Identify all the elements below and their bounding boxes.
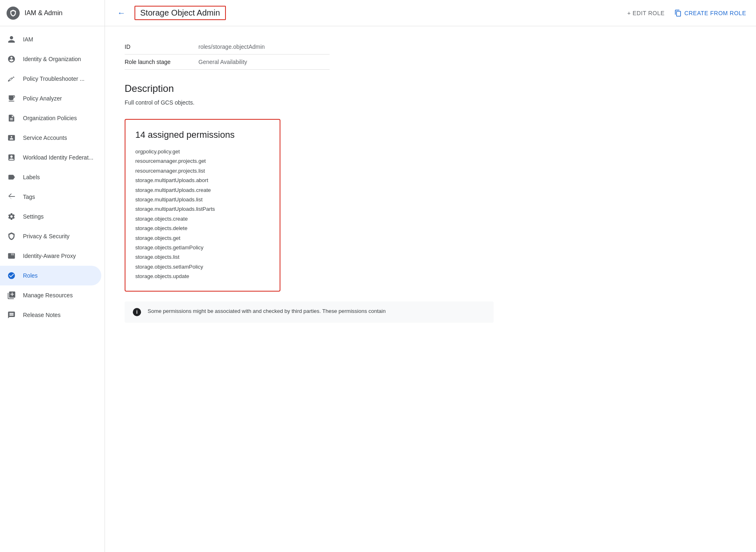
sidebar-item-workload-identity-label: Workload Identity Federat... <box>23 154 95 161</box>
back-button[interactable]: ← <box>115 7 128 20</box>
sidebar-item-workload-identity[interactable]: Workload Identity Federat... <box>0 148 101 167</box>
description-title: Description <box>125 83 736 94</box>
permission-item: storage.objects.getIamPolicy <box>135 243 270 252</box>
role-launch-stage-label: Role launch stage <box>125 59 198 65</box>
description-icon <box>7 113 16 123</box>
sidebar-item-identity-org[interactable]: Identity & Organization <box>0 49 101 69</box>
permission-item: storage.multipartUploads.listParts <box>135 204 270 214</box>
sidebar-item-labels-label: Labels <box>23 174 95 180</box>
info-icon: i <box>133 308 141 316</box>
permission-item: storage.multipartUploads.create <box>135 185 270 195</box>
permission-item: resourcemanager.projects.list <box>135 166 270 176</box>
permission-item: storage.objects.delete <box>135 224 270 233</box>
sidebar-item-policy-troubleshooter-label: Policy Troubleshooter ... <box>23 75 95 82</box>
edit-role-button[interactable]: + EDIT ROLE <box>627 10 665 16</box>
permission-item: storage.objects.create <box>135 214 270 224</box>
sidebar-header: IAM & Admin <box>0 0 105 26</box>
content-area: ID roles/storage.objectAdmin Role launch… <box>105 26 756 552</box>
sidebar-item-manage-resources[interactable]: Manage Resources <box>0 285 101 305</box>
tag-icon <box>7 192 16 202</box>
permission-item: resourcemanager.projects.get <box>135 156 270 166</box>
permission-item: storage.objects.update <box>135 271 270 281</box>
build-icon <box>7 74 16 84</box>
sidebar-item-tags-label: Tags <box>23 194 95 200</box>
sidebar-item-identity-aware-proxy[interactable]: Identity-Aware Proxy <box>0 246 101 266</box>
sidebar-item-roles[interactable]: Roles <box>0 266 101 285</box>
sidebar-item-labels[interactable]: Labels <box>0 167 101 187</box>
sidebar-item-service-accounts-label: Service Accounts <box>23 135 95 141</box>
app-logo <box>7 7 20 20</box>
page-title: Storage Object Admin <box>134 6 226 20</box>
permissions-box: 14 assigned permissions orgpolicy.policy… <box>125 119 280 292</box>
sidebar-item-settings[interactable]: Settings <box>0 207 101 226</box>
edit-role-label: + EDIT ROLE <box>627 10 665 16</box>
sidebar-item-policy-analyzer-label: Policy Analyzer <box>23 95 95 102</box>
topbar-actions: + EDIT ROLE CREATE FROM ROLE <box>627 9 746 17</box>
sidebar-item-iam-label: IAM <box>23 36 95 43</box>
copy-icon <box>674 9 682 17</box>
settings-icon <box>7 212 16 221</box>
create-from-role-label: CREATE FROM ROLE <box>684 10 746 16</box>
permissions-heading: 14 assigned permissions <box>135 130 270 140</box>
roles-icon <box>7 271 16 281</box>
service-account-icon <box>7 133 16 143</box>
role-launch-stage-value: General Availability <box>198 59 247 65</box>
sidebar-item-privacy-security-label: Privacy & Security <box>23 233 95 240</box>
role-launch-stage-row: Role launch stage General Availability <box>125 55 330 70</box>
sidebar-item-identity-org-label: Identity & Organization <box>23 56 95 62</box>
permission-item: storage.objects.get <box>135 233 270 243</box>
sidebar-item-org-policies-label: Organization Policies <box>23 115 95 121</box>
permissions-list: orgpolicy.policy.getresourcemanager.proj… <box>135 147 270 281</box>
sidebar-item-release-notes-label: Release Notes <box>23 312 95 318</box>
sidebar-item-tags[interactable]: Tags <box>0 187 101 207</box>
sidebar-item-service-accounts[interactable]: Service Accounts <box>0 128 101 148</box>
permission-item: storage.objects.setIamPolicy <box>135 262 270 271</box>
policy-icon <box>7 94 16 103</box>
description-section: Description Full control of GCS objects. <box>125 83 736 106</box>
manage-icon <box>7 290 16 300</box>
workload-icon <box>7 153 16 162</box>
sidebar-item-release-notes[interactable]: Release Notes <box>0 305 101 325</box>
sidebar-item-manage-resources-label: Manage Resources <box>23 292 95 299</box>
label-icon <box>7 172 16 182</box>
sidebar-item-iam[interactable]: IAM <box>0 30 101 49</box>
sidebar-item-org-policies[interactable]: Organization Policies <box>0 108 101 128</box>
id-value: roles/storage.objectAdmin <box>198 43 265 50</box>
permission-item: storage.multipartUploads.abort <box>135 176 270 185</box>
notice-bar: i Some permissions might be associated w… <box>125 301 494 323</box>
privacy-icon <box>7 231 16 241</box>
sidebar-item-policy-troubleshooter[interactable]: Policy Troubleshooter ... <box>0 69 101 89</box>
proxy-icon <box>7 251 16 261</box>
notice-text: Some permissions might be associated wit… <box>148 308 386 314</box>
role-info-table: ID roles/storage.objectAdmin Role launch… <box>125 39 330 70</box>
account-circle-icon <box>7 54 16 64</box>
sidebar-nav: IAM Identity & Organization Policy Troub… <box>0 26 105 552</box>
sidebar-item-roles-label: Roles <box>23 272 95 279</box>
app-title: IAM & Admin <box>25 9 62 17</box>
permission-item: storage.objects.list <box>135 252 270 262</box>
create-from-role-button[interactable]: CREATE FROM ROLE <box>674 9 746 17</box>
sidebar-item-policy-analyzer[interactable]: Policy Analyzer <box>0 89 101 108</box>
sidebar-item-settings-label: Settings <box>23 213 95 220</box>
sidebar-item-identity-aware-proxy-label: Identity-Aware Proxy <box>23 253 95 259</box>
topbar: ← Storage Object Admin + EDIT ROLE CREAT… <box>105 0 756 26</box>
main-panel: ← Storage Object Admin + EDIT ROLE CREAT… <box>105 0 756 552</box>
permission-item: storage.multipartUploads.list <box>135 195 270 204</box>
person-icon <box>7 34 16 44</box>
description-text: Full control of GCS objects. <box>125 99 736 106</box>
sidebar: IAM & Admin IAM Identity & Organization … <box>0 0 105 552</box>
sidebar-item-privacy-security[interactable]: Privacy & Security <box>0 226 101 246</box>
permission-item: orgpolicy.policy.get <box>135 147 270 156</box>
notes-icon <box>7 310 16 320</box>
id-row: ID roles/storage.objectAdmin <box>125 39 330 55</box>
id-label: ID <box>125 43 198 50</box>
